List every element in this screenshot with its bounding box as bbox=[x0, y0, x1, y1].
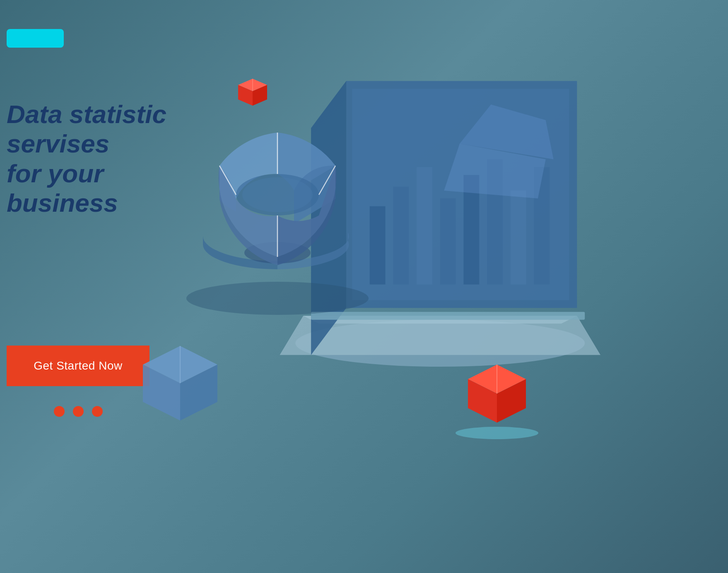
headline-line2: for your business bbox=[7, 159, 118, 217]
svg-rect-9 bbox=[440, 198, 456, 285]
red-cube-bottom-right-decoration bbox=[464, 360, 530, 427]
dot-3[interactable] bbox=[92, 406, 103, 417]
cyan-badge bbox=[7, 29, 64, 48]
cube-shadow bbox=[456, 427, 538, 439]
dot-2[interactable] bbox=[73, 406, 84, 417]
svg-rect-12 bbox=[511, 191, 526, 285]
pagination-dots bbox=[54, 406, 103, 417]
donut-chart bbox=[137, 58, 427, 340]
dot-1[interactable] bbox=[54, 406, 65, 417]
red-cube-top-decoration bbox=[236, 77, 269, 110]
svg-point-15 bbox=[186, 282, 369, 315]
get-started-button[interactable]: Get Started Now bbox=[7, 346, 149, 386]
blue-cube-decoration bbox=[137, 340, 224, 427]
svg-point-18 bbox=[242, 177, 313, 212]
